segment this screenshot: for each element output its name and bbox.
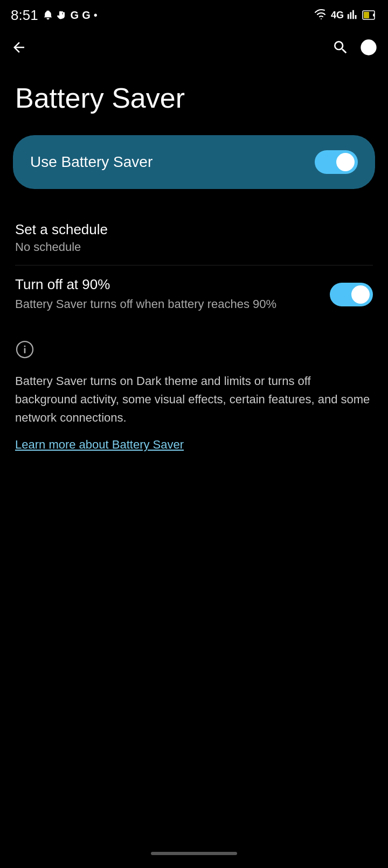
home-indicator [151, 852, 237, 855]
status-icons: G G • [43, 9, 98, 22]
signal-icon [347, 9, 359, 21]
status-right: 4G [315, 9, 377, 22]
help-button[interactable] [360, 39, 377, 56]
set-schedule-item[interactable]: Set a schedule No schedule [15, 211, 373, 265]
status-left: 8:51 G G • [11, 7, 98, 24]
use-battery-saver-label: Use Battery Saver [30, 153, 153, 171]
info-section: Battery Saver turns on Dark theme and li… [0, 324, 388, 463]
wifi-icon [315, 9, 328, 22]
learn-more-link[interactable]: Learn more about Battery Saver [15, 438, 184, 451]
page-title: Battery Saver [0, 67, 388, 135]
status-time: 8:51 [11, 7, 38, 24]
back-button[interactable] [11, 39, 27, 55]
g-icon-2: G [82, 9, 91, 22]
g-icon-1: G [71, 9, 79, 22]
search-icon [332, 39, 349, 56]
help-icon [360, 39, 377, 56]
hand-icon [57, 10, 67, 20]
turn-off-at-90-toggle[interactable] [330, 283, 373, 306]
set-schedule-title: Set a schedule [15, 221, 373, 238]
dot-icon: • [94, 9, 98, 22]
turn-off-at-90-text: Turn off at 90% Battery Saver turns off … [15, 276, 330, 313]
info-icon-wrapper [15, 340, 373, 361]
turn-off-at-90-title: Turn off at 90% [15, 276, 319, 293]
info-body-text: Battery Saver turns on Dark theme and li… [15, 372, 373, 427]
settings-list: Set a schedule No schedule Turn off at 9… [0, 211, 388, 324]
4g-icon: 4G [331, 10, 344, 21]
toggle-track [315, 150, 358, 174]
info-circle-icon [15, 340, 34, 359]
back-arrow-icon [11, 39, 27, 55]
set-schedule-subtitle: No schedule [15, 240, 373, 254]
notification-icon [43, 10, 53, 20]
svg-rect-2 [364, 12, 369, 18]
nav-actions [332, 39, 377, 56]
nav-bar [0, 28, 388, 67]
turn-off-at-90-desc: Battery Saver turns off when battery rea… [15, 296, 319, 313]
turn-off-toggle-thumb [351, 285, 370, 304]
use-battery-saver-toggle[interactable] [315, 150, 358, 174]
battery-icon [362, 9, 377, 21]
svg-point-4 [368, 51, 369, 51]
turn-off-toggle-track [330, 283, 373, 306]
toggle-thumb [336, 153, 355, 171]
search-button[interactable] [332, 39, 349, 56]
turn-off-at-90-item[interactable]: Turn off at 90% Battery Saver turns off … [15, 265, 373, 324]
status-bar: 8:51 G G • 4G [0, 0, 388, 28]
use-battery-saver-card[interactable]: Use Battery Saver [13, 135, 375, 189]
